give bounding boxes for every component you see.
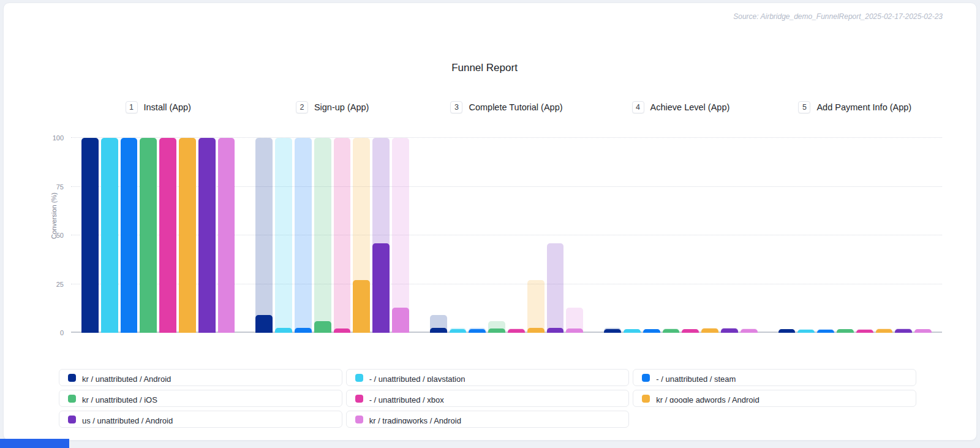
bar (353, 280, 370, 333)
bar (392, 308, 409, 333)
bar-slot (469, 138, 486, 333)
legend-item[interactable]: kr / google adwords / Android (633, 390, 916, 407)
faded-previous-step-bar (314, 138, 331, 333)
step-number-badge: 1 (126, 101, 138, 113)
legend-label: kr / unattributed / Android (82, 374, 171, 382)
bar (450, 329, 467, 333)
bar-slot (101, 138, 118, 333)
bar-slot (817, 138, 834, 333)
bar (837, 329, 854, 333)
legend-label: us / unattributed / Android (82, 416, 173, 423)
legend-label: kr / unattributed / iOS (82, 395, 157, 403)
legend-item[interactable]: - / unattributed / steam (633, 369, 916, 386)
bar-slot (295, 138, 312, 333)
partially-visible-blue-button[interactable] (0, 439, 69, 448)
legend-color-swatch (355, 416, 363, 423)
bar (140, 138, 157, 333)
bar (295, 328, 312, 333)
bar-slot (314, 138, 331, 333)
step-header-4: 4Achieve Level (App) (594, 101, 767, 113)
legend-color-swatch (642, 395, 650, 403)
legend-item[interactable]: - / unattributed / playstation (346, 369, 630, 386)
bar (372, 243, 390, 333)
bar-slot (741, 138, 758, 333)
bar-slot (604, 138, 621, 333)
y-axis-title: Conversion (%) (50, 192, 58, 239)
bar-slot (682, 138, 699, 333)
step-number-badge: 4 (632, 101, 644, 113)
bar (101, 138, 118, 333)
legend-item[interactable]: us / unattributed / Android (59, 411, 342, 428)
step-header-5: 5Add Payment Info (App) (768, 101, 942, 113)
bar-slot (121, 138, 138, 333)
bar-slot (353, 138, 370, 333)
bar-slot (566, 138, 583, 333)
step-label: Achieve Level (App) (650, 102, 730, 112)
y-tick-label: 0 (60, 329, 64, 336)
bar-slot (547, 138, 564, 333)
bar (81, 138, 99, 333)
chart-legend: kr / unattributed / Android- / unattribu… (59, 369, 916, 428)
faded-previous-step-bar (295, 138, 312, 333)
bar-slot (179, 138, 196, 333)
bar-slot (275, 138, 292, 333)
bar (314, 321, 331, 333)
bar (159, 138, 176, 333)
bar (663, 329, 680, 333)
bar-slot (488, 138, 505, 333)
faded-previous-step-bar (275, 138, 292, 333)
bar-slot (856, 138, 873, 333)
legend-label: - / unattributed / playstation (369, 374, 466, 382)
bar-slot (159, 138, 176, 333)
bar (275, 328, 292, 333)
bar-slot (527, 138, 545, 333)
legend-label: - / unattributed / xbox (369, 395, 444, 403)
step-label: Install (App) (144, 102, 191, 112)
bar (797, 330, 815, 333)
bar (682, 329, 699, 333)
funnel-steps-header: 1Install (App)2Sign-up (App)3Complete Tu… (71, 101, 942, 113)
bar-slot (797, 138, 815, 333)
bar-slot (624, 138, 641, 333)
legend-item[interactable]: kr / unattributed / Android (59, 369, 342, 386)
step-label: Add Payment Info (App) (816, 102, 911, 112)
step-number-badge: 2 (296, 101, 308, 113)
legend-label: kr / tradingworks / Android (369, 416, 461, 423)
bar (566, 328, 583, 333)
bar-slot (392, 138, 409, 333)
bar-slot (701, 138, 718, 333)
legend-item[interactable]: kr / tradingworks / Android (346, 411, 630, 428)
bar-slot (218, 138, 235, 333)
bar-slot (778, 138, 796, 333)
bar (895, 329, 912, 333)
y-tick-label: 75 (56, 183, 64, 191)
faded-previous-step-bar (527, 280, 545, 333)
step-header-2: 2Sign-up (App) (245, 101, 419, 113)
bar-slot (721, 138, 738, 333)
bar (179, 138, 196, 333)
bar (721, 328, 738, 333)
y-tick-label: 100 (53, 134, 64, 142)
faded-previous-step-bar (334, 138, 351, 333)
bar (121, 138, 138, 333)
step-label: Sign-up (App) (314, 102, 369, 112)
report-card: Source: Airbridge_demo_FunnelReport_2025… (3, 2, 977, 441)
bar-slot (643, 138, 660, 333)
bar (469, 329, 486, 333)
funnel-chart-plot: 0255075100 (71, 138, 942, 333)
bar (741, 329, 758, 333)
legend-item[interactable]: kr / unattributed / iOS (59, 390, 342, 407)
legend-item[interactable]: - / unattributed / xbox (346, 390, 630, 407)
legend-color-swatch (355, 395, 363, 403)
bar (547, 328, 564, 333)
bar-slot (895, 138, 912, 333)
step-label: Complete Tutorial (App) (469, 102, 562, 112)
legend-color-swatch (68, 395, 76, 403)
bar (527, 328, 545, 333)
bar (604, 329, 621, 333)
bar (508, 329, 525, 333)
faded-previous-step-bar (255, 138, 273, 333)
bar-slot (198, 138, 216, 333)
bar-groups (71, 138, 942, 333)
bar-slot (914, 138, 932, 333)
